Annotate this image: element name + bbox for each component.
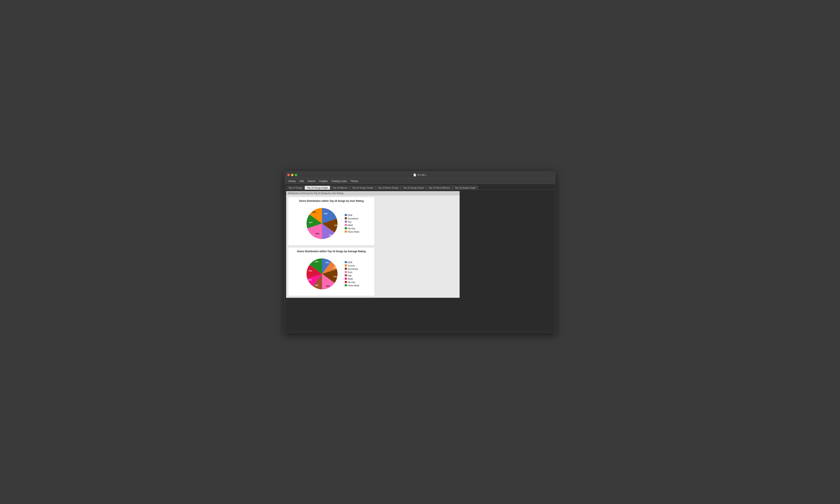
tab-top10worst-songs[interactable]: Top 10 Worst Songs [375, 186, 401, 190]
svg-text:10%: 10% [325, 262, 329, 264]
tab-top10songs[interactable]: Top 10 Songs [286, 186, 304, 190]
chart1-legend: EDM Soundtrack Pop Metal Hip Hop Heavy M… [345, 214, 359, 233]
menu-library[interactable]: Library [286, 179, 297, 183]
chart-user-rating: Genre Distribution within Top 10 Songs b… [288, 197, 375, 246]
menu-insights[interactable]: Insights [317, 179, 329, 183]
svg-text:30%: 30% [324, 213, 328, 215]
close-button[interactable] [287, 174, 290, 176]
tab-top10albums[interactable]: Top 10 Albums [330, 186, 350, 190]
chart1-svg: 30% 10% 10% 20% 10% 20% [303, 205, 340, 242]
menu-add[interactable]: Add [298, 179, 305, 183]
maximize-button[interactable] [295, 174, 297, 176]
svg-text:10%: 10% [333, 267, 337, 269]
svg-text:20%: 20% [312, 211, 316, 213]
title-bar: 📄 H.A.M.L. [285, 172, 555, 178]
minimize-button[interactable] [291, 174, 294, 176]
svg-text:10%: 10% [329, 234, 333, 236]
menu-bar: Library Add Search Insights Feeling Luck… [285, 178, 555, 184]
tab-top10songs-graph4[interactable]: Top 10 Songs Graph [453, 186, 478, 190]
chart-avg-rating: Genre Distribution within Top 10 Songs b… [288, 247, 375, 296]
tab-top10songs-graph3[interactable]: Top 10 Songs Graph [401, 186, 426, 190]
chart2-svg: 10% 10% 10% 20% 10% 10% 10% 20% [303, 255, 340, 292]
svg-text:10%: 10% [309, 270, 312, 272]
panel-header: Distribution of Genres for Top 10 Songs … [286, 191, 459, 195]
svg-text:10%: 10% [334, 224, 338, 227]
panel-body: Genre Distribution within Top 10 Songs b… [286, 195, 459, 298]
content-panel: Distribution of Genres for Top 10 Songs … [286, 191, 460, 298]
chart2-legend: EDM Country Soundtrack Rock Rap Metal Hi… [345, 261, 359, 287]
menu-feeling-lucky[interactable]: Feeling Lucky [330, 179, 348, 183]
svg-text:10%: 10% [308, 279, 312, 281]
window-title: 📄 H.A.M.L. [413, 174, 427, 176]
chart1-area: 30% 10% 10% 20% 10% 20% EDM Soundtrack P… [292, 205, 371, 242]
chart1-title: Genre Distribution within Top 10 Songs b… [292, 200, 371, 202]
tabs-bar: Top 10 Songs Top 10 Songs Graph Top 10 A… [285, 184, 555, 190]
app-window: 📄 H.A.M.L. Library Add Search Insights F… [285, 172, 555, 332]
svg-text:20%: 20% [315, 261, 318, 263]
menu-theme[interactable]: Theme [349, 179, 360, 183]
chart2-area: 10% 10% 10% 20% 10% 10% 10% 20% EDM Coun… [292, 255, 371, 292]
document-icon: 📄 [413, 174, 416, 176]
svg-text:20%: 20% [316, 233, 319, 235]
svg-text:10%: 10% [333, 275, 337, 277]
traffic-lights [287, 174, 297, 176]
svg-text:10%: 10% [315, 284, 318, 286]
svg-text:10%: 10% [309, 221, 313, 223]
main-area: Distribution of Genres for Top 10 Songs … [285, 190, 555, 332]
chart2-title: Genre Distribution within Top 10 Songs b… [292, 250, 371, 253]
tab-top10songs-graph[interactable]: Top 10 Songs Graph [305, 186, 330, 190]
svg-text:20%: 20% [326, 285, 330, 287]
menu-search[interactable]: Search [306, 179, 317, 183]
tab-top10songs-graph2[interactable]: Top 10 Songs Graph [350, 186, 375, 190]
tab-top10worst-albums[interactable]: Top 10 Worst Albums [426, 186, 452, 190]
